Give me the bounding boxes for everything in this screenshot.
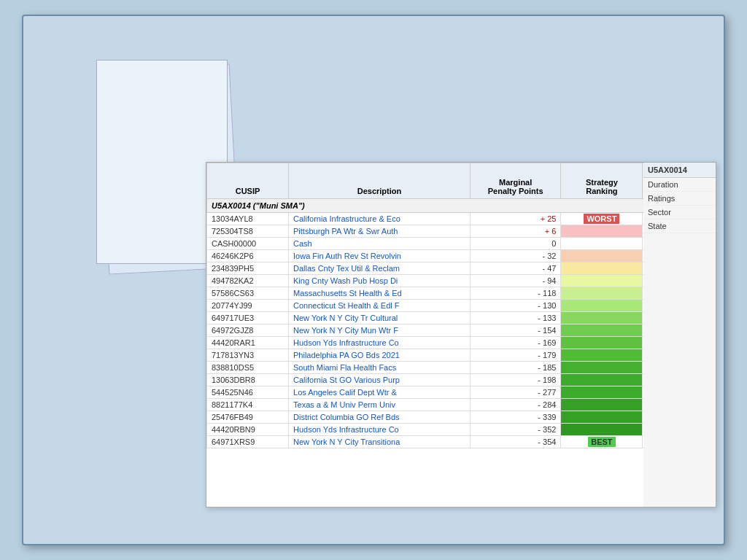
sr-cell [561, 374, 643, 386]
description-cell[interactable]: Dallas Cnty Tex Util & Reclam [289, 262, 471, 275]
mpp-cell: - 352 [470, 424, 560, 436]
sr-cell [561, 386, 643, 399]
sr-cell [561, 262, 643, 275]
col-header-description[interactable]: Description [289, 163, 471, 199]
mpp-cell: - 339 [470, 411, 560, 424]
right-panel-items: DurationRatingsSectorState [643, 178, 716, 233]
cusip-cell: 46246K2P6 [207, 250, 289, 262]
sr-badge: WORST [584, 214, 619, 224]
sr-cell [561, 225, 643, 238]
cusip-cell: 20774YJ99 [207, 300, 289, 312]
sr-cell [561, 337, 643, 349]
sr-cell [561, 300, 643, 312]
table-row: 838810DS5South Miami Fla Health Facs- 18… [207, 362, 716, 374]
mpp-cell: + 25 [470, 213, 560, 225]
table-row: CASH00000Cash0No [207, 238, 716, 250]
description-cell[interactable]: Hudson Yds Infrastructure Co [289, 337, 471, 349]
cusip-cell: CASH00000 [207, 238, 289, 250]
mpp-cell: - 154 [470, 324, 560, 337]
description-cell[interactable]: District Columbia GO Ref Bds [289, 411, 471, 424]
mpp-cell: - 179 [470, 349, 560, 362]
mpp-cell: - 185 [470, 362, 560, 374]
sr-cell [561, 411, 643, 424]
table-row: 57586CS63Massachusetts St Health & Ed- 1… [207, 287, 716, 300]
table-row: 64972GJZ8New York N Y City Mun Wtr F- 15… [207, 324, 716, 337]
table-row: 20774YJ99Connecticut St Health & Edl F- … [207, 300, 716, 312]
cusip-cell: 44420RBN9 [207, 424, 289, 436]
cusip-cell: 8821177K4 [207, 399, 289, 411]
mpp-cell: - 198 [470, 374, 560, 386]
description-cell[interactable]: Connecticut St Health & Edl F [289, 300, 471, 312]
table-row: 544525N46Los Angeles Calif Dept Wtr &- 2… [207, 386, 716, 399]
table-row: 494782KA2King Cnty Wash Pub Hosp Di- 94N… [207, 275, 716, 287]
mpp-cell: - 130 [470, 300, 560, 312]
description-cell[interactable]: Cash [289, 238, 471, 250]
mpp-cell: - 118 [470, 287, 560, 300]
right-panel-header: U5AX0014 [643, 163, 716, 178]
sr-cell [561, 399, 643, 411]
col-header-strategy-ranking[interactable]: Strategy Ranking [561, 163, 643, 199]
description-cell[interactable]: Iowa Fin Auth Rev St Revolvin [289, 250, 471, 262]
description-cell[interactable]: New York N Y City Transitiona [289, 436, 471, 448]
sr-cell [561, 312, 643, 324]
description-cell[interactable]: Texas a & M Univ Perm Univ [289, 399, 471, 411]
table-row: 234839PH5Dallas Cnty Tex Util & Reclam- … [207, 262, 716, 275]
description-cell[interactable]: Hudson Yds Infrastructure Co [289, 424, 471, 436]
sr-badge: BEST [588, 437, 615, 447]
cusip-cell: 64971XRS9 [207, 436, 289, 448]
table-row: 13034AYL8California Infrastructure & Eco… [207, 213, 716, 225]
description-cell[interactable]: Pittsburgh PA Wtr & Swr Auth [289, 225, 471, 238]
table-row: 44420RAR1Hudson Yds Infrastructure Co- 1… [207, 337, 716, 349]
description-cell[interactable]: Massachusetts St Health & Ed [289, 287, 471, 300]
right-panel-item[interactable]: Ratings [643, 192, 716, 206]
table-row: 717813YN3Philadelphia PA GO Bds 2021- 17… [207, 349, 716, 362]
cusip-cell: 725304TS8 [207, 225, 289, 238]
table-row: 13063DBR8California St GO Various Purp- … [207, 374, 716, 386]
sr-cell: BEST [561, 436, 643, 448]
description-cell[interactable]: South Miami Fla Health Facs [289, 362, 471, 374]
table-row: 64971XRS9New York N Y City Transitiona- … [207, 436, 716, 448]
sr-cell [561, 362, 643, 374]
sr-cell [561, 275, 643, 287]
cusip-cell: 717813YN3 [207, 349, 289, 362]
description-cell[interactable]: Los Angeles Calif Dept Wtr & [289, 386, 471, 399]
description-cell[interactable]: Philadelphia PA GO Bds 2021 [289, 349, 471, 362]
mpp-cell: - 169 [470, 337, 560, 349]
mpp-cell: - 94 [470, 275, 560, 287]
mpp-cell: - 133 [470, 312, 560, 324]
sr-cell [561, 349, 643, 362]
col-header-cusip[interactable]: CUSIP [207, 163, 289, 199]
cusip-cell: 44420RAR1 [207, 337, 289, 349]
right-panel: U5AX0014 DurationRatingsSectorState [643, 162, 716, 508]
cusip-cell: 25476FB49 [207, 411, 289, 424]
sr-cell [561, 238, 643, 250]
description-cell[interactable]: King Cnty Wash Pub Hosp Di [289, 275, 471, 287]
table-container[interactable]: CUSIP Description Marginal Penalty Point… [206, 163, 716, 507]
cusip-cell: 234839PH5 [207, 262, 289, 275]
right-panel-item[interactable]: State [643, 219, 716, 233]
cusip-cell: 13034AYL8 [207, 213, 289, 225]
group-header-row: U5AX0014 ("Muni SMA") [207, 199, 716, 213]
sr-cell: WORST [561, 213, 643, 225]
description-cell[interactable]: New York N Y City Tr Cultural [289, 312, 471, 324]
mpp-cell: + 6 [470, 225, 560, 238]
mpp-cell: - 277 [470, 386, 560, 399]
cusip-cell: 494782KA2 [207, 275, 289, 287]
mpp-cell: - 354 [470, 436, 560, 448]
description-cell[interactable]: New York N Y City Mun Wtr F [289, 324, 471, 337]
right-panel-item[interactable]: Sector [643, 206, 716, 219]
cusip-cell: 13063DBR8 [207, 374, 289, 386]
col-header-mpp[interactable]: Marginal Penalty Points [470, 163, 560, 199]
cusip-cell: 57586CS63 [207, 287, 289, 300]
description-cell[interactable]: California St GO Various Purp [289, 374, 471, 386]
right-panel-item[interactable]: Duration [643, 178, 716, 192]
table-row: 649717UE3New York N Y City Tr Cultural- … [207, 312, 716, 324]
main-panel: CUSIP Description Marginal Penalty Point… [206, 162, 716, 508]
sr-cell [561, 324, 643, 337]
table-row: 8821177K4Texas a & M Univ Perm Univ- 284… [207, 399, 716, 411]
mpp-cell: - 32 [470, 250, 560, 262]
outer-window: CUSIP Description Marginal Penalty Point… [22, 15, 725, 545]
description-cell[interactable]: California Infrastructure & Eco [289, 213, 471, 225]
table-row: 44420RBN9Hudson Yds Infrastructure Co- 3… [207, 424, 716, 436]
mpp-cell: - 284 [470, 399, 560, 411]
